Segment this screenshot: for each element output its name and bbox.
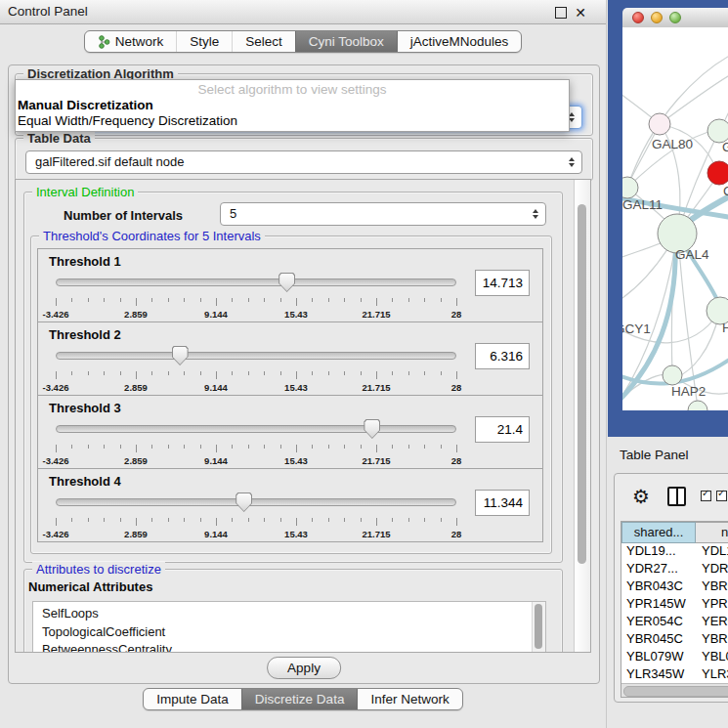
settings-scrollbar[interactable] — [574, 180, 590, 652]
table-row[interactable]: YDL19...YDL1 — [621, 543, 728, 561]
slider-ticks — [56, 518, 456, 527]
column-header-shared-name[interactable]: shared... — [621, 522, 696, 543]
threshold-value-input[interactable] — [475, 343, 530, 369]
panel-title: Control Panel — [8, 0, 88, 23]
numerical-attributes-list[interactable]: SelfLoopsTopologicalCoefficientBetweenne… — [32, 601, 546, 653]
table-row[interactable]: YPR145WYPR1 — [621, 596, 728, 614]
num-intervals-value: 5 — [230, 203, 236, 225]
network-node[interactable] — [688, 401, 707, 410]
network-node[interactable] — [649, 113, 670, 135]
checkbox-icon[interactable] — [701, 491, 711, 501]
node-label: H — [722, 321, 728, 335]
table-hscrollbar[interactable] — [621, 683, 728, 697]
column-header-name[interactable]: n... — [696, 522, 728, 543]
threshold-slider[interactable]: -3.4262.8599.14415.4321.71528 — [56, 346, 456, 393]
cell-name: YER0 — [696, 614, 728, 631]
threshold-slider[interactable]: -3.4262.8599.14415.4321.71528 — [56, 492, 456, 539]
split-view-icon[interactable] — [667, 487, 686, 506]
num-intervals-select[interactable]: 5 — [220, 202, 546, 226]
apply-button[interactable]: Apply — [267, 657, 341, 679]
tick-label: 21.715 — [362, 455, 390, 466]
table-data-value: galFiltered.sif default node — [35, 151, 184, 173]
slider-tick-labels: -3.4262.8599.14415.4321.71528 — [56, 382, 456, 394]
slider-ticks — [56, 371, 456, 380]
cell-shared-name: YBR043C — [621, 578, 696, 596]
tab-group: NetworkStyleSelectCyni ToolboxjActiveMNo… — [84, 30, 523, 53]
tab-network[interactable]: Network — [85, 31, 177, 52]
tick-label: -3.426 — [43, 529, 69, 539]
dropdown-option-manual-discretization[interactable]: Manual Discretization — [16, 98, 569, 113]
thresholds-group: Threshold's Coordinates for 5 Intervals … — [30, 236, 552, 554]
table-data-select[interactable]: galFiltered.sif default node — [25, 150, 582, 174]
tick-label: 15.43 — [284, 529, 308, 539]
tab-cyni-toolbox[interactable]: Cyni Toolbox — [295, 31, 397, 52]
tab-discretize-data[interactable]: Discretize Data — [241, 689, 358, 709]
tab-label: Discretize Data — [255, 692, 345, 707]
tab-jactivemnodules[interactable]: jActiveMNodules — [397, 31, 522, 52]
slider-track[interactable] — [56, 425, 456, 433]
threshold-value-input[interactable] — [475, 490, 530, 516]
slider-track[interactable] — [56, 278, 456, 286]
table-hscrollbar-thumb[interactable] — [623, 686, 728, 697]
bottom-tab-bar: Impute DataDiscretize DataInfer Network — [0, 688, 606, 710]
threshold-label: Threshold 3 — [49, 401, 121, 415]
table-row[interactable]: YBR045CYBR0 — [621, 631, 728, 649]
table-row[interactable]: YDR27...YDR2 — [621, 561, 728, 578]
tick-label: 15.43 — [284, 309, 308, 320]
gear-icon[interactable]: ⚙ — [632, 484, 650, 509]
slider-thumb-icon[interactable] — [364, 419, 380, 439]
network-node[interactable] — [663, 365, 682, 385]
threshold-value-input[interactable] — [475, 416, 530, 443]
threshold-panel: Threshold 3-3.4262.8599.14415.4321.71528 — [37, 395, 543, 469]
table-row[interactable]: YBL079WYBL0 — [621, 649, 728, 666]
cell-shared-name: YPR145W — [621, 596, 696, 614]
threshold-slider[interactable]: -3.4262.8599.14415.4321.71528 — [56, 273, 456, 320]
slider-ticks — [56, 445, 456, 453]
network-node[interactable] — [707, 161, 728, 185]
list-scrollbar-thumb[interactable] — [535, 604, 542, 649]
dropdown-option-equal-width-frequency[interactable]: Equal Width/Frequency Discretization — [16, 113, 569, 129]
attribute-item[interactable]: TopologicalCoefficient — [33, 623, 545, 642]
network-view-window[interactable]: GAL80GACGAL11GAL4HGCY1HAP2 — [608, 0, 728, 437]
window-minimize-button[interactable] — [651, 12, 663, 23]
table-row[interactable]: YER054CYER0 — [621, 614, 728, 631]
tick-label: 28 — [451, 382, 462, 393]
tick-label: -3.426 — [43, 455, 69, 466]
checkbox-icon[interactable] — [716, 491, 727, 501]
list-scrollbar[interactable] — [532, 602, 545, 653]
tab-infer-network[interactable]: Infer Network — [357, 689, 461, 709]
table-row[interactable]: YLR345WYLR3 — [621, 666, 728, 684]
attribute-item[interactable]: SelfLoops — [33, 602, 545, 623]
slider-track[interactable] — [56, 498, 456, 506]
table-row[interactable]: YBR043CYBR0 — [621, 578, 728, 596]
slider-thumb-icon[interactable] — [236, 492, 252, 512]
close-icon[interactable]: ✕ — [575, 2, 586, 23]
tab-label: Impute Data — [156, 692, 229, 707]
slider-thumb-icon[interactable] — [172, 346, 189, 365]
slider-track[interactable] — [56, 352, 456, 360]
threshold-label: Threshold 4 — [49, 474, 121, 489]
cell-shared-name: YBL079W — [621, 649, 696, 666]
cell-shared-name: YDL19... — [621, 543, 696, 561]
tab-select[interactable]: Select — [232, 31, 295, 52]
numerical-attributes-label: Numerical Attributes — [28, 579, 152, 594]
slider-thumb-icon[interactable] — [278, 273, 295, 292]
cell-name: YBR0 — [696, 631, 728, 649]
window-close-button[interactable] — [632, 12, 644, 23]
tick-label: 21.715 — [362, 529, 390, 539]
settings-scroll-area: Interval Definition Number of Intervals … — [15, 179, 591, 653]
network-canvas[interactable]: GAL80GACGAL11GAL4HGCY1HAP2 — [622, 27, 728, 410]
tab-style[interactable]: Style — [176, 31, 232, 52]
float-window-icon[interactable] — [555, 7, 567, 19]
node-label: GAL11 — [622, 197, 663, 212]
settings-scrollbar-thumb[interactable] — [578, 204, 586, 564]
network-window-titlebar[interactable] — [622, 8, 728, 28]
cell-shared-name: YBR045C — [621, 631, 696, 649]
window-zoom-button[interactable] — [669, 12, 681, 23]
tab-impute-data[interactable]: Impute Data — [144, 689, 241, 709]
threshold-value-input[interactable] — [475, 270, 530, 296]
threshold-slider[interactable]: -3.4262.8599.14415.4321.71528 — [56, 419, 456, 466]
attribute-item[interactable]: BetweennessCentrality — [33, 641, 545, 653]
cell-name: YPR1 — [696, 596, 728, 614]
tick-label: 2.859 — [124, 382, 148, 393]
